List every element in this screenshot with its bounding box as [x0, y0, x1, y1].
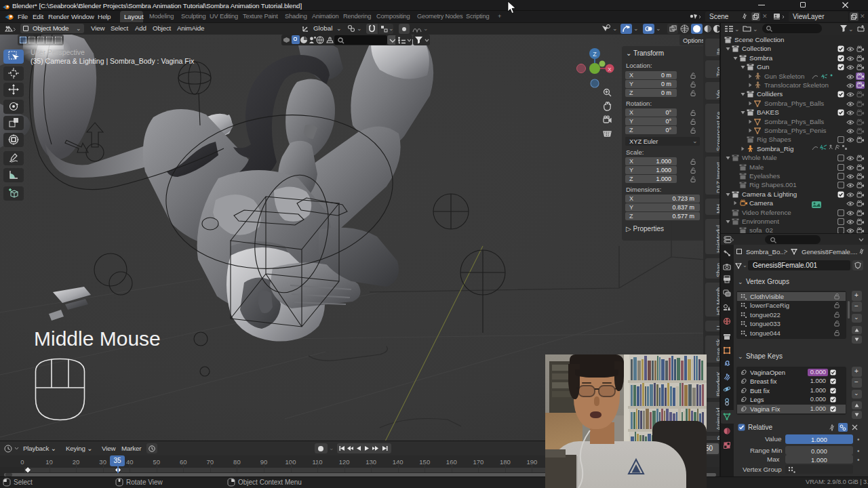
- svg-text:Z: Z: [593, 51, 597, 58]
- svg-text:X: X: [608, 66, 612, 73]
